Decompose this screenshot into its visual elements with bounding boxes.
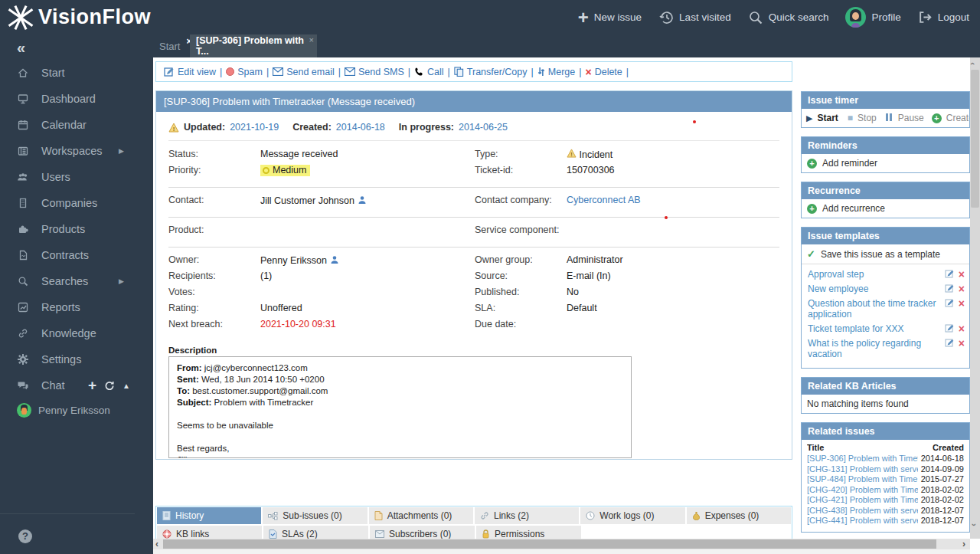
timer-stop-button[interactable]: Stop <box>858 113 877 123</box>
sidebar-item-dashboard[interactable]: Dashboard <box>0 86 153 112</box>
delete-template-icon[interactable]: × <box>959 339 965 348</box>
spam-button[interactable]: Spam <box>226 67 263 77</box>
tab-sup-306[interactable]: [SUP-306] Problem with T... × <box>190 34 317 57</box>
logout-button[interactable]: Logout <box>918 10 969 25</box>
sidebar-item-companies[interactable]: Companies <box>0 190 153 216</box>
help-button[interactable]: ? <box>18 529 32 543</box>
field-row-owner: Owner: Penny Eriksson Owner group: Admin… <box>168 254 779 270</box>
merge-button[interactable]: Merge <box>537 67 575 77</box>
timer-pause-icon[interactable] <box>886 113 893 123</box>
template-link[interactable]: What is the policy regarding vacation <box>808 338 945 359</box>
in-progress-date[interactable]: 2014-06-25 <box>459 122 508 133</box>
delete-template-icon[interactable]: × <box>959 299 965 308</box>
timer-start-icon[interactable]: ▶ <box>806 113 812 123</box>
edit-template-icon[interactable] <box>945 269 955 279</box>
related-issue-link[interactable]: [CHG-420] Problem with Timetracker <box>807 485 918 496</box>
add-recurrence-button[interactable]: + Add recurrence <box>802 199 969 218</box>
related-issue-row: [CHG-131] Problem with server for ti... … <box>807 464 964 475</box>
tab-work-logs[interactable]: Work logs (0) <box>580 507 684 524</box>
create-work-log-button[interactable]: Create work lo <box>946 113 970 123</box>
timer-stop-icon[interactable]: ■ <box>848 113 853 123</box>
lock-icon <box>482 529 490 539</box>
vertical-scroll-thumb[interactable] <box>971 70 979 208</box>
tab-sub-issues[interactable]: Sub-issues (0) <box>263 507 367 524</box>
related-issue-link[interactable]: [CHG-421] Problem with Timetracker <box>807 495 918 506</box>
template-link[interactable]: New employee <box>808 284 945 294</box>
envelope-icon <box>345 67 355 76</box>
chat-collapse-icon[interactable]: ▲ <box>122 382 130 390</box>
sidebar-item-reports[interactable]: Reports <box>0 294 153 320</box>
created-date[interactable]: 2014-06-18 <box>336 122 385 133</box>
edit-template-icon[interactable] <box>945 323 955 333</box>
related-issues-header: Related issues <box>802 423 969 440</box>
priority-badge: Medium <box>260 165 310 176</box>
sidebar-item-settings[interactable]: Settings <box>0 346 153 372</box>
related-issue-link[interactable]: [SUP-306] Problem with Timetracker <box>807 454 918 464</box>
template-link[interactable]: Question about the time tracker applicat… <box>808 298 945 320</box>
edit-template-icon[interactable] <box>945 284 955 293</box>
edit-template-icon[interactable] <box>945 338 955 348</box>
horizontal-scrollbar[interactable]: ‹ › <box>153 539 970 549</box>
template-link[interactable]: Approval step <box>808 269 945 280</box>
last-visited-button[interactable]: Last visited <box>658 10 731 25</box>
person-icon[interactable] <box>330 256 339 267</box>
related-issues-column-headers: Title Created <box>807 443 964 452</box>
contact-company-link[interactable]: Cyberconnect AB <box>567 195 779 205</box>
scroll-right-icon[interactable]: › <box>960 539 968 549</box>
building-icon <box>17 197 29 209</box>
timer-pause-button[interactable]: Pause <box>898 113 924 123</box>
delete-template-icon[interactable]: × <box>959 284 965 293</box>
send-sms-button[interactable]: Send SMS <box>345 67 404 77</box>
scroll-down-icon[interactable]: ‹ <box>969 523 978 526</box>
new-issue-button[interactable]: + New issue <box>578 10 642 25</box>
delete-template-icon[interactable]: × <box>959 324 965 333</box>
sidebar-item-chat[interactable]: Chat + ▲ <box>0 372 153 398</box>
tab-close-icon[interactable]: × <box>309 35 314 44</box>
related-issue-link[interactable]: [CHG-131] Problem with server for ti... <box>807 464 918 475</box>
transfer-copy-button[interactable]: Transfer/Copy <box>454 67 528 77</box>
tab-attachments[interactable]: Attachments (0) <box>369 507 473 524</box>
send-email-button[interactable]: Send email <box>273 67 335 77</box>
updated-date[interactable]: 2021-10-19 <box>230 122 279 133</box>
vertical-scrollbar[interactable]: ‹ ‹ <box>970 57 980 539</box>
create-work-log-icon[interactable]: + <box>932 113 942 123</box>
template-link[interactable]: Ticket template for XXX <box>808 323 945 334</box>
delete-template-icon[interactable]: × <box>959 270 965 279</box>
sidebar-item-contracts[interactable]: Contracts <box>0 242 153 268</box>
tab-expenses[interactable]: Expenses (0) <box>687 507 791 524</box>
sidebar-item-users[interactable]: Users <box>0 164 153 190</box>
person-icon[interactable] <box>358 196 367 207</box>
chat-add-icon[interactable]: + <box>88 377 96 394</box>
save-as-template-button[interactable]: ✓ Save this issue as a template <box>802 244 969 264</box>
status-value: Message received <box>260 149 475 159</box>
scroll-left-icon[interactable]: ‹ <box>153 539 161 549</box>
sidebar-item-knowledge[interactable]: Knowledge <box>0 320 153 346</box>
chat-user-penny[interactable]: Penny Eriksson <box>0 398 153 421</box>
tab-history[interactable]: History <box>157 507 261 524</box>
horizontal-scroll-thumb[interactable] <box>163 539 936 549</box>
chat-refresh-icon[interactable] <box>103 380 116 392</box>
edit-template-icon[interactable] <box>945 298 955 308</box>
delete-button[interactable]: × Delete <box>585 66 622 78</box>
sidebar-item-start[interactable]: Start <box>0 60 153 86</box>
edit-view-button[interactable]: Edit view <box>164 67 216 77</box>
description-box[interactable]: From: jcj@cyberconnect123.com Sent: Wed,… <box>168 356 632 458</box>
sidebar-collapse-button[interactable]: « <box>0 34 153 60</box>
related-issue-link[interactable]: [CHG-441] Problem with server for ti... <box>807 516 918 526</box>
sidebar-item-calendar[interactable]: Calendar <box>0 112 153 138</box>
scroll-up-icon[interactable]: ‹ <box>969 62 978 65</box>
timer-start-button[interactable]: Start <box>817 113 838 123</box>
related-issue-link[interactable]: [SUP-484] Problem with Time Tracker <box>807 474 918 485</box>
call-button[interactable]: Call <box>414 67 444 77</box>
tab-links[interactable]: Links (2) <box>475 507 579 524</box>
sidebar-item-products[interactable]: Products <box>0 216 153 242</box>
in-progress-label: In progress: <box>399 122 454 133</box>
sidebar-item-workspaces[interactable]: Workspaces ▶ <box>0 138 153 164</box>
profile-button[interactable]: Profile <box>845 7 900 28</box>
template-item: New employee × <box>808 284 965 294</box>
sidebar-item-searches[interactable]: Searches ▶ <box>0 268 153 294</box>
quick-search-button[interactable]: Quick search <box>748 10 829 25</box>
user-avatar <box>845 7 866 28</box>
add-reminder-button[interactable]: + Add reminder <box>802 154 969 172</box>
related-issue-link[interactable]: [CHG-438] Problem with server for ti... <box>807 506 918 516</box>
